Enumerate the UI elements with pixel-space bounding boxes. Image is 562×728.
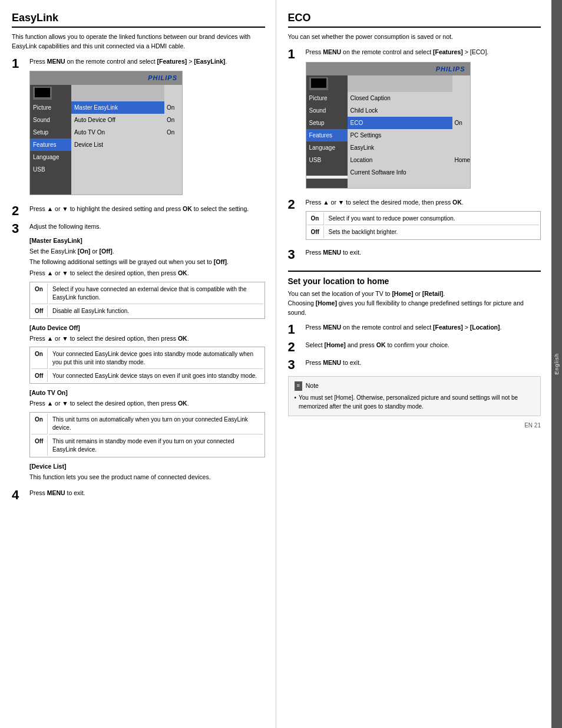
eco-step1-menu: MENU <box>323 48 341 55</box>
master-easylink-section: [Master EasyLink] Set the EasyLink [On] … <box>29 236 265 319</box>
eco-menu-left-5: USB <box>306 154 348 166</box>
menu-left-6 <box>30 176 71 185</box>
eco-menu-right-1 <box>452 104 470 117</box>
eco-menu-row-6: Current Software Info <box>306 166 470 179</box>
loc-step1-menu: MENU <box>323 324 341 331</box>
step4-text2: to exit. <box>65 489 85 496</box>
eco-step1: 1 Press MENU on the remote control and s… <box>288 48 541 194</box>
eco-menu-center-7 <box>348 179 452 188</box>
menu-left-4: Language <box>30 151 71 163</box>
location-intro2: or <box>414 290 422 297</box>
auto-device-off-heading: [Auto Device Off] <box>29 324 265 333</box>
eco-step2-ok: OK <box>452 199 462 206</box>
note-header: ≡ Note <box>295 381 535 391</box>
eco-philips-logo: PHILIPS <box>436 65 465 73</box>
eco-menu-row-0: Picture Closed Caption <box>306 92 470 104</box>
section-divider <box>288 271 541 272</box>
loc-step1-features: [Features] <box>433 324 463 331</box>
eco-menu-center-6: Current Software Info <box>348 166 452 179</box>
eco-menu-right-0 <box>452 92 470 104</box>
master-press-text: Press ▲ or ▼ to select the desired optio… <box>29 269 265 278</box>
step4-content: Press MENU to exit. <box>29 489 265 498</box>
location-intro3: . <box>443 290 445 297</box>
menu-left-5: USB <box>30 163 71 176</box>
eco-step2-text: Press ▲ or ▼ to select the desired mode,… <box>306 199 453 206</box>
loc-step1-location: [Location] <box>470 324 500 331</box>
menu-right-6 <box>164 176 182 185</box>
auto-device-on-key: On <box>31 348 48 369</box>
master-easylink-heading: [Master EasyLink] <box>29 236 265 246</box>
menu-left-3: Features <box>30 139 71 151</box>
left-column: EasyLink This function allows you to ope… <box>0 0 276 728</box>
step1-text1: Press <box>29 58 47 65</box>
eco-menu-right-4 <box>452 141 470 154</box>
master-off-ref2: [Off] <box>214 258 227 265</box>
menu-row-4: Language <box>30 151 182 163</box>
right-column: ECO You can set whether the power consum… <box>276 0 552 728</box>
eco-step3: 3 Press MENU to exit. <box>288 248 541 261</box>
step2-text2: to select the setting. <box>192 205 249 212</box>
loc-step1-content: Press MENU on the remote control and sel… <box>306 323 541 332</box>
auto-device-off-section: [Auto Device Off] Press ▲ or ▼ to select… <box>29 324 265 384</box>
eco-menu-right-5: Home <box>452 154 470 166</box>
auto-tv-on-section: [Auto TV On] Press ▲ or ▼ to select the … <box>29 388 265 457</box>
easylink-intro: This function allows you to operate the … <box>12 32 265 51</box>
location-intro4: Choosing <box>288 299 316 307</box>
eco-step1-text1: Press <box>306 48 323 55</box>
eco-step3-text2: to exit. <box>341 249 361 256</box>
menu-left-7 <box>30 185 71 195</box>
step3-content: Adjust the following items. [Master Easy… <box>29 222 265 484</box>
eco-step1-text3: > [ECO]. <box>463 48 488 55</box>
page-number: EN 21 <box>288 422 541 429</box>
eco-menu-row-3: Features PC Settings <box>306 129 470 141</box>
auto-device-press: Press ▲ or ▼ to select the desired optio… <box>29 334 265 344</box>
eco-off-row: Off Sets the backlight brighter. <box>308 226 540 238</box>
loc-step2-content: Select [Home] and press OK to confirm yo… <box>306 341 541 350</box>
eco-menu-right-3 <box>452 129 470 141</box>
step2-number: 2 <box>12 205 26 218</box>
loc-step1-number: 1 <box>288 323 302 336</box>
eco-menu-right-2: On <box>452 117 470 129</box>
auto-tv-off-value: This unit remains in standby mode even i… <box>49 436 263 456</box>
eco-menu-right-7 <box>452 179 470 188</box>
auto-device-ok: OK <box>178 335 187 342</box>
loc-step2-number: 2 <box>288 341 302 354</box>
menu-center-7 <box>71 185 164 195</box>
easylink-step2: 2 Press ▲ or ▼ to highlight the desired … <box>12 205 265 218</box>
eco-menu-center-4: EasyLink <box>348 141 452 154</box>
eco-menu-center-1: Child Lock <box>348 104 452 117</box>
master-on-row: On Select if you have connected an exter… <box>31 284 263 304</box>
eco-menu-tv-row <box>306 75 470 92</box>
step1-text2: on the remote control and select <box>65 58 157 65</box>
master-options-table: On Select if you have connected an exter… <box>29 282 265 319</box>
location-title: Set your location to home <box>288 276 541 286</box>
eco-menu-left-3: Features <box>306 129 348 141</box>
menu-row-3: Features Device List <box>30 139 182 151</box>
eco-intro: You can set whether the power consumptio… <box>288 32 541 42</box>
note-item: • You must set [Home]. Otherwise, person… <box>295 393 535 411</box>
eco-menu-left-tv <box>306 75 348 92</box>
eco-menu-box: PHILIPS Picture Closed Caption <box>306 62 471 189</box>
eco-menu-left-7 <box>306 179 348 188</box>
loc-step2-text1: Select <box>306 341 325 348</box>
philips-logo: PHILIPS <box>148 74 177 81</box>
menu-right-7 <box>164 185 182 195</box>
master-off-key: Off <box>31 305 48 317</box>
eco-menu-center-tv <box>348 75 452 92</box>
location-home-ref: [Home] <box>392 290 413 297</box>
menu-left-1: Sound <box>30 114 71 126</box>
auto-tv-on-key: On <box>31 414 48 434</box>
eco-step3-menu: MENU <box>323 249 341 256</box>
eco-menu-row-2: Setup ECO On <box>306 117 470 129</box>
loc-step3-text2: to exit. <box>341 359 361 366</box>
loc-step3-content: Press MENU to exit. <box>306 358 541 368</box>
menu-right-3 <box>164 139 182 151</box>
device-list-section: [Device List] This function lets you see… <box>29 462 265 482</box>
loc-step1: 1 Press MENU on the remote control and s… <box>288 323 541 336</box>
auto-device-off-value: Your connected EasyLink device stays on … <box>49 370 263 382</box>
menu-tv-row <box>30 85 182 101</box>
eco-options-table: On Select if you want to reduce power co… <box>306 211 541 240</box>
side-tab-text: English <box>554 353 560 375</box>
eco-menu-center-0: Closed Caption <box>348 92 452 104</box>
menu-right-5 <box>164 163 182 176</box>
